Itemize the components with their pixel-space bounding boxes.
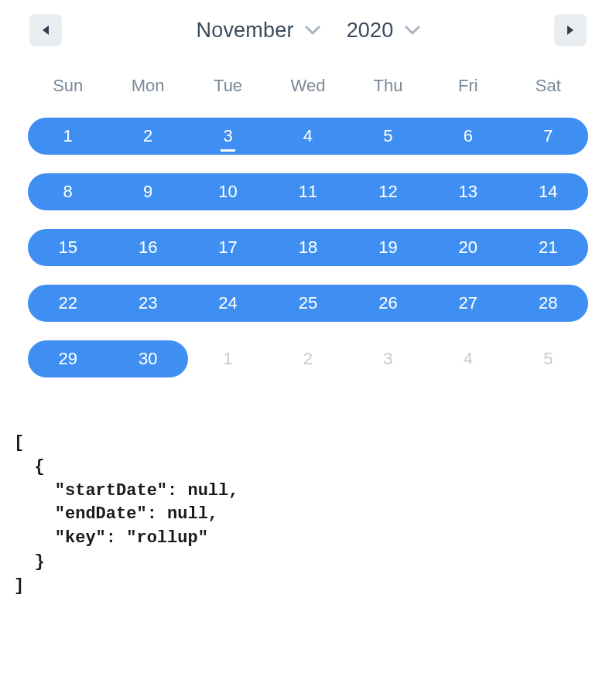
day-cell[interactable]: 25	[268, 285, 347, 322]
day-number: 27	[459, 293, 477, 313]
day-cell[interactable]: 13	[428, 173, 508, 210]
day-cell[interactable]: 2	[108, 118, 187, 155]
day-number: 28	[539, 293, 557, 313]
calendar-grid: 1234567891011121314151617181920212223242…	[28, 118, 588, 377]
day-number: 21	[539, 237, 557, 258]
triangle-right-icon	[565, 24, 576, 36]
svg-marker-0	[43, 26, 49, 35]
day-cell[interactable]: 11	[268, 173, 347, 210]
day-number: 10	[218, 182, 237, 202]
day-cell[interactable]: 16	[108, 229, 187, 266]
day-cell[interactable]: 1	[28, 118, 108, 155]
day-cell[interactable]: 5	[508, 340, 588, 377]
week-row: 22232425262728	[28, 285, 588, 322]
day-number: 24	[218, 293, 237, 313]
day-cell[interactable]: 6	[428, 118, 508, 155]
day-cell[interactable]: 22	[28, 285, 108, 322]
weekday-row: Sun Mon Tue Wed Thu Fri Sat	[28, 71, 588, 101]
day-number: 8	[63, 182, 73, 202]
day-number: 11	[299, 182, 317, 202]
day-number: 1	[223, 349, 232, 369]
day-cell[interactable]: 30	[108, 340, 187, 377]
weekday-label: Mon	[108, 71, 187, 101]
day-number: 13	[459, 182, 477, 202]
day-number: 2	[143, 126, 152, 146]
day-cell[interactable]: 9	[108, 173, 187, 210]
weekday-label: Sat	[508, 71, 588, 101]
day-number: 4	[464, 349, 473, 369]
day-cell[interactable]: 3	[188, 118, 268, 155]
day-number: 22	[58, 293, 77, 313]
year-label: 2020	[347, 19, 394, 43]
day-number: 26	[378, 293, 397, 313]
prev-month-button[interactable]	[29, 14, 62, 46]
day-number: 12	[378, 182, 397, 202]
day-cell[interactable]: 21	[508, 229, 588, 266]
weekday-label: Fri	[428, 71, 508, 101]
day-number: 5	[543, 349, 553, 369]
day-number: 20	[459, 237, 477, 258]
day-number: 18	[299, 237, 317, 258]
day-number: 3	[383, 349, 392, 369]
header-selectors: November 2020	[196, 19, 419, 43]
weekday-label: Tue	[188, 71, 268, 101]
day-number: 30	[139, 349, 157, 369]
day-cell[interactable]: 5	[348, 118, 428, 155]
day-cell[interactable]: 1	[188, 340, 268, 377]
day-number: 25	[299, 293, 317, 313]
day-cell[interactable]: 10	[188, 173, 268, 210]
calendar-header: November 2020	[28, 14, 588, 46]
day-number: 3	[223, 126, 232, 146]
week-row: 891011121314	[28, 173, 588, 210]
year-select[interactable]: 2020	[347, 19, 420, 43]
day-number: 16	[139, 237, 157, 258]
day-number: 2	[303, 349, 313, 369]
day-cell[interactable]: 28	[508, 285, 588, 322]
day-number: 1	[63, 126, 73, 146]
day-number: 4	[303, 126, 313, 146]
day-cell[interactable]: 3	[348, 340, 428, 377]
week-row: 1234567	[28, 118, 588, 155]
day-cell[interactable]: 27	[428, 285, 508, 322]
day-number: 15	[58, 237, 77, 258]
day-number: 14	[539, 182, 557, 202]
month-select[interactable]: November	[196, 19, 320, 43]
day-cell[interactable]: 18	[268, 229, 347, 266]
day-cell[interactable]: 15	[28, 229, 108, 266]
svg-marker-1	[567, 26, 573, 35]
chevron-down-icon	[305, 26, 320, 36]
day-cell[interactable]: 2	[268, 340, 347, 377]
day-cell[interactable]: 23	[108, 285, 187, 322]
day-cell[interactable]: 8	[28, 173, 108, 210]
day-cell[interactable]: 17	[188, 229, 268, 266]
weekday-label: Wed	[268, 71, 347, 101]
output-code: [ { "startDate": null, "endDate": null, …	[14, 432, 588, 599]
triangle-left-icon	[40, 24, 51, 36]
day-number: 5	[383, 126, 392, 146]
day-cell[interactable]: 4	[268, 118, 347, 155]
day-number: 23	[139, 293, 157, 313]
day-number: 19	[378, 237, 397, 258]
day-number: 17	[218, 237, 237, 258]
weekday-label: Thu	[348, 71, 428, 101]
week-row: 15161718192021	[28, 229, 588, 266]
day-cell[interactable]: 14	[508, 173, 588, 210]
week-row: 293012345	[28, 340, 588, 377]
chevron-down-icon	[405, 26, 420, 36]
day-cell[interactable]: 20	[428, 229, 508, 266]
day-cell[interactable]: 19	[348, 229, 428, 266]
day-number: 6	[464, 126, 473, 146]
day-number: 29	[58, 349, 77, 369]
day-cell[interactable]: 26	[348, 285, 428, 322]
day-cell[interactable]: 4	[428, 340, 508, 377]
day-cell[interactable]: 12	[348, 173, 428, 210]
month-label: November	[196, 19, 293, 43]
day-cell[interactable]: 29	[28, 340, 108, 377]
day-cell[interactable]: 24	[188, 285, 268, 322]
day-number: 9	[143, 182, 152, 202]
weekday-label: Sun	[28, 71, 108, 101]
day-number: 7	[543, 126, 553, 146]
next-month-button[interactable]	[554, 14, 587, 46]
day-cell[interactable]: 7	[508, 118, 588, 155]
